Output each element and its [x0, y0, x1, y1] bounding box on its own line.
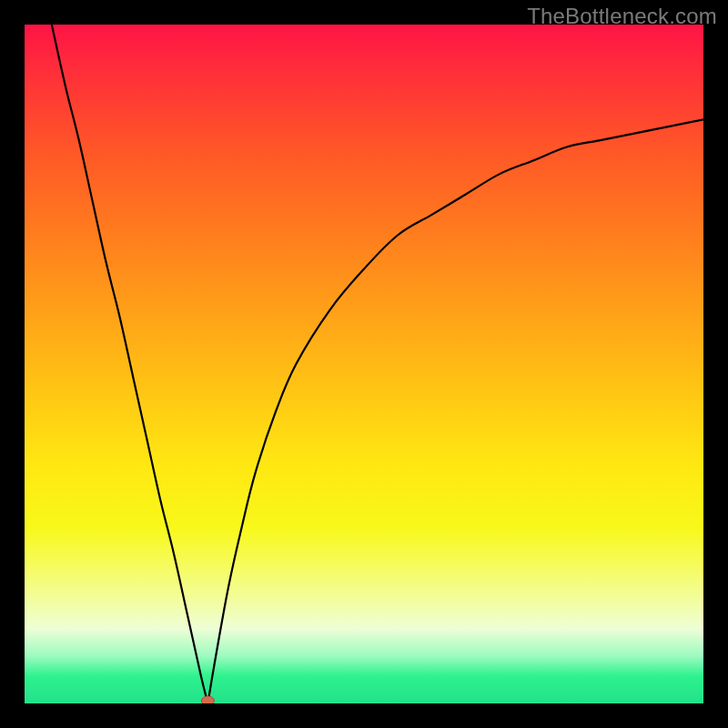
bottleneck-curve [25, 25, 703, 703]
chart-plot-area [25, 25, 703, 703]
curve-right-branch [207, 119, 703, 703]
curve-left-branch [52, 25, 208, 703]
vertex-marker [201, 696, 214, 703]
